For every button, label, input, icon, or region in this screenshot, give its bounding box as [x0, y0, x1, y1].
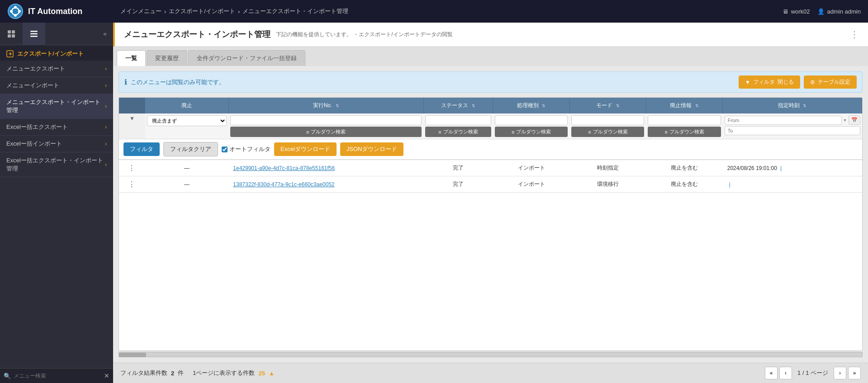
from-dropdown-icon: ▼	[843, 118, 847, 123]
breadcrumb-item-2[interactable]: エクスポート/インポート	[169, 7, 235, 15]
sidebar-item-menu-import[interactable]: メニューインポート ›	[0, 77, 113, 94]
jikkouno-dropdown-btn[interactable]: ≡ プルダウン検索	[230, 127, 422, 137]
sort-icon-haishiinfo[interactable]: ⇅	[695, 104, 699, 108]
sort-icon-status[interactable]: ⇅	[472, 104, 475, 108]
sidebar-item-excel-export[interactable]: Excelー括エクスポート ›	[0, 119, 113, 136]
search-clear-btn[interactable]: ✕	[104, 372, 109, 379]
row1-jikkouno-value[interactable]: 1e429901-a90e-4d7c-81ca-878e55161f56	[233, 165, 335, 171]
page-last-btn[interactable]: »	[848, 367, 861, 379]
sidebar-search: 🔍 ✕	[0, 368, 113, 383]
filter-funnel-icon: ▼	[129, 115, 135, 122]
json-download-button[interactable]: JSONダウンロード	[340, 142, 404, 156]
filter-button[interactable]: ▼ フィルタ 閉じる	[739, 76, 800, 89]
sidebar-collapse-btn[interactable]: «	[97, 26, 113, 42]
row1-haishi-cell: —	[145, 160, 229, 176]
table-row: ⋮ — 1e429901-a90e-4d7c-81ca-878e55161f56…	[119, 160, 862, 176]
th-mode: モード ⇅	[569, 98, 646, 113]
haishi-filter-select[interactable]: 廃止含まず 廃止のみ 全レコード	[147, 115, 227, 126]
jikkouno-filter-input[interactable]	[230, 115, 422, 125]
user-icon: 👤	[817, 8, 825, 15]
tab-download-all[interactable]: 全件ダウンロード・ファイル一括登録	[188, 50, 305, 66]
th-status-label: ステータス	[441, 102, 468, 109]
shoritype-dropdown-btn[interactable]: ≡ プルダウン検索	[495, 127, 568, 137]
to-date-input[interactable]	[725, 126, 860, 135]
tab-history[interactable]: 変更履歴	[147, 50, 187, 66]
user-badge[interactable]: 👤 admin admin	[817, 8, 861, 15]
status-dropdown-btn[interactable]: ≡ プルダウン検索	[425, 127, 491, 137]
horizontal-scrollbar[interactable]	[119, 352, 863, 357]
page-options-btn[interactable]: ⋮	[850, 29, 859, 40]
th-menu: ⋮	[119, 98, 145, 113]
chevron-icon-0: ›	[105, 66, 107, 72]
row1-mode-value: 時刻指定	[597, 165, 619, 171]
mode-dropdown-btn[interactable]: ≡ プルダウン検索	[571, 127, 644, 137]
filter-action-button[interactable]: フィルタ	[123, 142, 160, 156]
filter-cell-jikkouno: ≡ プルダウン検索	[228, 113, 423, 139]
mode-filter-input[interactable]	[571, 115, 644, 125]
tab-list[interactable]: 一覧	[117, 50, 146, 66]
action-row-content: フィルタ フィルタクリア オートフィルタ Excelダウンロード JSONダウン…	[123, 142, 858, 156]
row2-menu-btn[interactable]: ⋮	[128, 180, 136, 188]
table-settings-button[interactable]: ⚙ テーブル設定	[804, 76, 857, 89]
svg-point-4	[10, 10, 13, 13]
th-shiteijikoku: 指定時刻 ⇅	[723, 98, 862, 113]
row1-link-icon[interactable]: i	[780, 165, 782, 171]
row2-status-cell: 完了	[423, 176, 493, 193]
info-message: このメニューは閲覧のみ可能です。	[131, 78, 225, 86]
page-first-btn[interactable]: «	[765, 367, 778, 379]
shoritype-filter-input[interactable]	[495, 115, 568, 125]
page-prev-btn[interactable]: ‹	[779, 367, 792, 379]
sidebar-item-menu-export-import-manage[interactable]: メニューエクスポート・インポート管理 ›	[0, 94, 113, 119]
info-bar: ℹ このメニューは閲覧のみ可能です。 ▼ フィルタ 閉じる ⚙ テーブル設定	[119, 71, 863, 93]
sidebar-grid-icon-btn[interactable]	[0, 23, 23, 45]
calendar-btn[interactable]: 📅	[849, 115, 860, 125]
workspace-badge[interactable]: 🖥 work02	[783, 8, 810, 15]
row1-menu-btn[interactable]: ⋮	[128, 164, 136, 172]
scrollbar-thumb[interactable]	[119, 353, 146, 357]
th-shoritype-label: 処理種別	[517, 102, 539, 109]
page-current: 1	[797, 369, 801, 376]
th-status: ステータス ⇅	[423, 98, 493, 113]
table-row: ⋮ — 1387322f-830d-477a-9c1c-e660c3ae0052…	[119, 176, 862, 193]
page-next-btn[interactable]: ›	[834, 367, 846, 379]
breadcrumb-item-1[interactable]: メインメニュー	[120, 7, 161, 15]
table-settings-label: テーブル設定	[818, 78, 850, 86]
th-shiteijikoku-label: 指定時刻	[778, 102, 800, 109]
auto-filter-checkbox[interactable]	[222, 147, 228, 152]
list-icon-shoritype: ≡	[512, 129, 514, 135]
from-date-input[interactable]	[725, 116, 842, 125]
haishiinfo-dropdown-btn[interactable]: ≡ プルダウン検索	[648, 127, 721, 137]
row2-shoritype-cell: インポート	[493, 176, 569, 193]
row2-haishiinfo-value: 廃止を含む	[671, 181, 698, 187]
sort-icon-shoritype[interactable]: ⇅	[542, 104, 545, 108]
sidebar-item-excel-import[interactable]: Excelー括インポート ›	[0, 136, 113, 152]
grid-icon	[7, 29, 16, 38]
search-input[interactable]	[14, 373, 104, 379]
haishiinfo-filter-input[interactable]	[648, 115, 721, 125]
page-size-label: 1ページに表示する件数	[193, 369, 255, 377]
row1-haishiinfo-value: 廃止を含む	[671, 165, 698, 171]
filter-clear-button[interactable]: フィルタクリア	[163, 142, 218, 156]
main-table: ⋮ 廃止 実行No. ⇅ ステータス ⇅	[119, 98, 862, 193]
page-size-chevron-icon[interactable]: ▲	[269, 370, 275, 377]
sidebar-item-label-1: メニューインポート	[6, 81, 59, 90]
row2-link-icon[interactable]: i	[729, 181, 730, 188]
excel-download-button[interactable]: Excelダウンロード	[274, 142, 337, 156]
status-dropdown-label: プルダウン検索	[443, 128, 478, 135]
status-filter-input[interactable]	[425, 115, 491, 125]
sort-icon-shiteijikoku[interactable]: ⇅	[803, 104, 806, 108]
action-row-cell: フィルタ フィルタクリア オートフィルタ Excelダウンロード JSONダウン…	[119, 139, 862, 160]
sort-icon-jikkouno[interactable]: ⇅	[336, 104, 339, 108]
th-shoritype: 処理種別 ⇅	[493, 98, 569, 113]
column-menu-icon[interactable]: ⋮	[128, 102, 136, 109]
sidebar-item-excel-export-import-manage[interactable]: Excelー括エクスポート・インポート管理 ›	[0, 152, 113, 177]
filter-row: ▼ 廃止含まず 廃止のみ 全レコード ≡	[119, 113, 862, 139]
filter-label: フィルタ	[753, 78, 775, 86]
sort-icon-mode[interactable]: ⇅	[616, 104, 620, 108]
row2-jikkouno-value[interactable]: 1387322f-830d-477a-9c1c-e660c3ae0052	[233, 181, 334, 188]
page-header: メニューエクスポート・インポート管理 下記の機能を提供しています。 ・エクスポー…	[113, 23, 868, 47]
sidebar-list-icon-btn[interactable]	[23, 23, 45, 45]
th-jikkouno: 実行No. ⇅	[228, 98, 423, 113]
export-import-icon	[6, 50, 14, 57]
sidebar-item-menu-export[interactable]: メニューエクスポート ›	[0, 61, 113, 77]
